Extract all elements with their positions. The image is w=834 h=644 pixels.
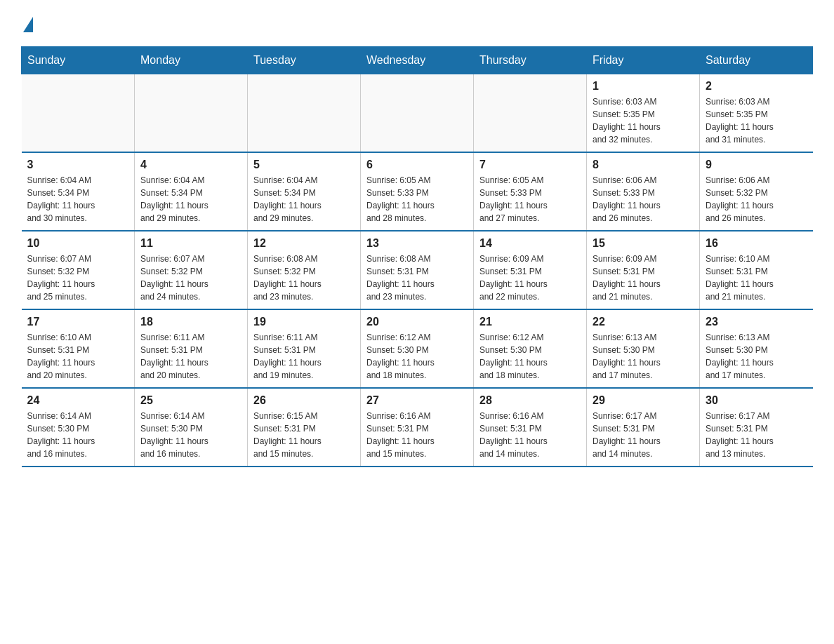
day-info: Sunrise: 6:10 AM Sunset: 5:31 PM Dayligh… <box>27 331 129 382</box>
day-number: 12 <box>253 237 355 250</box>
calendar-cell: 4Sunrise: 6:04 AM Sunset: 5:34 PM Daylig… <box>135 152 248 231</box>
weekday-header-tuesday: Tuesday <box>248 47 361 74</box>
day-info: Sunrise: 6:05 AM Sunset: 5:33 PM Dayligh… <box>366 174 468 224</box>
calendar-body: 1Sunrise: 6:03 AM Sunset: 5:35 PM Daylig… <box>22 74 813 467</box>
day-number: 13 <box>366 237 468 250</box>
logo <box>21 14 33 32</box>
day-number: 3 <box>27 159 129 171</box>
day-number: 24 <box>27 394 129 407</box>
calendar-cell: 6Sunrise: 6:05 AM Sunset: 5:33 PM Daylig… <box>361 152 474 231</box>
day-number: 16 <box>706 237 807 250</box>
day-number: 22 <box>593 316 694 328</box>
day-info: Sunrise: 6:10 AM Sunset: 5:31 PM Dayligh… <box>706 253 807 303</box>
calendar-week-row: 1Sunrise: 6:03 AM Sunset: 5:35 PM Daylig… <box>22 74 813 153</box>
weekday-header-sunday: Sunday <box>22 47 135 74</box>
day-info: Sunrise: 6:04 AM Sunset: 5:34 PM Dayligh… <box>253 174 355 224</box>
weekday-header-thursday: Thursday <box>474 47 587 74</box>
day-number: 6 <box>366 159 468 171</box>
calendar-cell <box>474 74 587 153</box>
logo-triangle-icon <box>23 17 33 32</box>
calendar-cell: 18Sunrise: 6:11 AM Sunset: 5:31 PM Dayli… <box>135 309 248 388</box>
weekday-header-friday: Friday <box>587 47 700 74</box>
day-number: 17 <box>27 316 129 328</box>
day-info: Sunrise: 6:14 AM Sunset: 5:30 PM Dayligh… <box>27 410 129 460</box>
calendar-cell: 10Sunrise: 6:07 AM Sunset: 5:32 PM Dayli… <box>22 231 135 309</box>
day-number: 10 <box>27 237 129 250</box>
day-info: Sunrise: 6:08 AM Sunset: 5:31 PM Dayligh… <box>366 253 468 303</box>
day-info: Sunrise: 6:06 AM Sunset: 5:33 PM Dayligh… <box>593 174 694 224</box>
day-number: 4 <box>140 159 241 171</box>
day-info: Sunrise: 6:17 AM Sunset: 5:31 PM Dayligh… <box>706 410 807 460</box>
calendar-cell: 5Sunrise: 6:04 AM Sunset: 5:34 PM Daylig… <box>248 152 361 231</box>
calendar-cell: 8Sunrise: 6:06 AM Sunset: 5:33 PM Daylig… <box>587 152 700 231</box>
day-number: 19 <box>253 316 355 328</box>
day-number: 29 <box>593 394 694 407</box>
weekday-header-saturday: Saturday <box>700 47 813 74</box>
calendar-cell <box>361 74 474 153</box>
day-number: 27 <box>366 394 468 407</box>
calendar-cell: 12Sunrise: 6:08 AM Sunset: 5:32 PM Dayli… <box>248 231 361 309</box>
day-info: Sunrise: 6:06 AM Sunset: 5:32 PM Dayligh… <box>706 174 807 224</box>
calendar-week-row: 3Sunrise: 6:04 AM Sunset: 5:34 PM Daylig… <box>22 152 813 231</box>
calendar-cell: 3Sunrise: 6:04 AM Sunset: 5:34 PM Daylig… <box>22 152 135 231</box>
calendar-cell <box>135 74 248 153</box>
calendar-cell <box>22 74 135 153</box>
day-info: Sunrise: 6:11 AM Sunset: 5:31 PM Dayligh… <box>140 331 241 382</box>
calendar-cell: 21Sunrise: 6:12 AM Sunset: 5:30 PM Dayli… <box>474 309 587 388</box>
calendar-cell: 24Sunrise: 6:14 AM Sunset: 5:30 PM Dayli… <box>22 388 135 467</box>
day-info: Sunrise: 6:16 AM Sunset: 5:31 PM Dayligh… <box>479 410 581 460</box>
day-info: Sunrise: 6:14 AM Sunset: 5:30 PM Dayligh… <box>140 410 241 460</box>
day-number: 30 <box>706 394 807 407</box>
calendar-cell: 7Sunrise: 6:05 AM Sunset: 5:33 PM Daylig… <box>474 152 587 231</box>
calendar-cell: 26Sunrise: 6:15 AM Sunset: 5:31 PM Dayli… <box>248 388 361 467</box>
day-info: Sunrise: 6:17 AM Sunset: 5:31 PM Dayligh… <box>593 410 694 460</box>
day-info: Sunrise: 6:04 AM Sunset: 5:34 PM Dayligh… <box>140 174 241 224</box>
calendar-cell: 22Sunrise: 6:13 AM Sunset: 5:30 PM Dayli… <box>587 309 700 388</box>
day-info: Sunrise: 6:12 AM Sunset: 5:30 PM Dayligh… <box>366 331 468 382</box>
calendar-cell: 15Sunrise: 6:09 AM Sunset: 5:31 PM Dayli… <box>587 231 700 309</box>
calendar-cell: 17Sunrise: 6:10 AM Sunset: 5:31 PM Dayli… <box>22 309 135 388</box>
day-number: 20 <box>366 316 468 328</box>
calendar-cell: 29Sunrise: 6:17 AM Sunset: 5:31 PM Dayli… <box>587 388 700 467</box>
day-number: 26 <box>253 394 355 407</box>
calendar-header: SundayMondayTuesdayWednesdayThursdayFrid… <box>22 47 813 74</box>
day-info: Sunrise: 6:11 AM Sunset: 5:31 PM Dayligh… <box>253 331 355 382</box>
day-info: Sunrise: 6:05 AM Sunset: 5:33 PM Dayligh… <box>479 174 581 224</box>
calendar-cell: 23Sunrise: 6:13 AM Sunset: 5:30 PM Dayli… <box>700 309 813 388</box>
calendar-cell <box>248 74 361 153</box>
day-info: Sunrise: 6:13 AM Sunset: 5:30 PM Dayligh… <box>706 331 807 382</box>
day-info: Sunrise: 6:03 AM Sunset: 5:35 PM Dayligh… <box>706 95 807 146</box>
calendar-week-row: 17Sunrise: 6:10 AM Sunset: 5:31 PM Dayli… <box>22 309 813 388</box>
day-info: Sunrise: 6:07 AM Sunset: 5:32 PM Dayligh… <box>27 253 129 303</box>
calendar-cell: 13Sunrise: 6:08 AM Sunset: 5:31 PM Dayli… <box>361 231 474 309</box>
calendar-cell: 1Sunrise: 6:03 AM Sunset: 5:35 PM Daylig… <box>587 74 700 153</box>
day-number: 9 <box>706 159 807 171</box>
day-info: Sunrise: 6:08 AM Sunset: 5:32 PM Dayligh… <box>253 253 355 303</box>
day-info: Sunrise: 6:15 AM Sunset: 5:31 PM Dayligh… <box>253 410 355 460</box>
day-number: 11 <box>140 237 241 250</box>
day-info: Sunrise: 6:12 AM Sunset: 5:30 PM Dayligh… <box>479 331 581 382</box>
calendar-cell: 20Sunrise: 6:12 AM Sunset: 5:30 PM Dayli… <box>361 309 474 388</box>
day-number: 23 <box>706 316 807 328</box>
day-number: 1 <box>593 80 694 93</box>
calendar-cell: 27Sunrise: 6:16 AM Sunset: 5:31 PM Dayli… <box>361 388 474 467</box>
day-number: 5 <box>253 159 355 171</box>
day-number: 15 <box>593 237 694 250</box>
weekday-header-monday: Monday <box>135 47 248 74</box>
calendar-cell: 9Sunrise: 6:06 AM Sunset: 5:32 PM Daylig… <box>700 152 813 231</box>
day-info: Sunrise: 6:07 AM Sunset: 5:32 PM Dayligh… <box>140 253 241 303</box>
day-number: 14 <box>479 237 581 250</box>
day-info: Sunrise: 6:09 AM Sunset: 5:31 PM Dayligh… <box>593 253 694 303</box>
calendar-week-row: 10Sunrise: 6:07 AM Sunset: 5:32 PM Dayli… <box>22 231 813 309</box>
day-number: 21 <box>479 316 581 328</box>
calendar-cell: 30Sunrise: 6:17 AM Sunset: 5:31 PM Dayli… <box>700 388 813 467</box>
day-number: 28 <box>479 394 581 407</box>
day-info: Sunrise: 6:04 AM Sunset: 5:34 PM Dayligh… <box>27 174 129 224</box>
day-number: 8 <box>593 159 694 171</box>
calendar-cell: 11Sunrise: 6:07 AM Sunset: 5:32 PM Dayli… <box>135 231 248 309</box>
calendar-cell: 2Sunrise: 6:03 AM Sunset: 5:35 PM Daylig… <box>700 74 813 153</box>
calendar-cell: 16Sunrise: 6:10 AM Sunset: 5:31 PM Dayli… <box>700 231 813 309</box>
day-info: Sunrise: 6:09 AM Sunset: 5:31 PM Dayligh… <box>479 253 581 303</box>
calendar-cell: 28Sunrise: 6:16 AM Sunset: 5:31 PM Dayli… <box>474 388 587 467</box>
calendar-cell: 14Sunrise: 6:09 AM Sunset: 5:31 PM Dayli… <box>474 231 587 309</box>
